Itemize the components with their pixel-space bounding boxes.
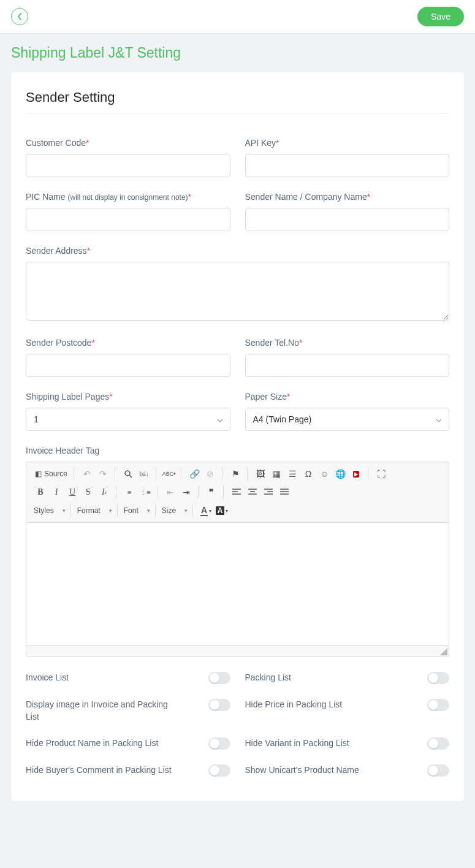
customer-code-label: Customer Code* [26, 138, 230, 148]
svg-line-1 [129, 475, 132, 478]
chevron-left-icon [17, 13, 23, 20]
invoice-list-toggle[interactable] [208, 672, 230, 684]
show-unicart-name-label: Show Unicart's Product Name [245, 764, 359, 777]
align-justify-button[interactable] [276, 484, 292, 500]
styles-select[interactable]: Styles▾ [32, 504, 67, 517]
smiley-icon: ☺ [320, 469, 329, 479]
align-left-icon [232, 489, 241, 496]
hide-buyer-comment-toggle[interactable] [208, 764, 230, 777]
find-button[interactable] [120, 466, 136, 482]
unlink-icon: ⊘ [207, 469, 214, 479]
blockquote-button[interactable]: ❞ [203, 484, 219, 500]
paper-size-label: Paper Size* [245, 392, 450, 402]
font-select[interactable]: Font▾ [123, 504, 151, 517]
save-button[interactable]: Save [417, 7, 464, 26]
text-color-button[interactable]: A▾ [198, 503, 214, 519]
editor-toolbar: ◧ Source ↶ ↷ ba↓ ABC [26, 462, 449, 523]
text-color-icon: A [200, 505, 208, 516]
redo-button[interactable]: ↷ [95, 466, 111, 482]
sender-tel-label: Sender Tel.No* [245, 338, 450, 348]
youtube-icon: ▶ [353, 471, 359, 478]
outdent-icon: ⇤ [167, 487, 174, 497]
source-icon: ◧ [35, 470, 42, 478]
youtube-button[interactable]: ▶ [348, 466, 364, 482]
resize-handle[interactable] [440, 648, 447, 655]
align-left-button[interactable] [229, 484, 245, 500]
hr-icon: ☰ [289, 469, 297, 479]
link-icon: 🔗 [189, 469, 200, 479]
packing-list-label: Packing List [245, 672, 291, 684]
page-title: Shipping Label J&T Setting [11, 45, 464, 61]
source-button[interactable]: ◧ Source [32, 468, 70, 479]
display-image-toggle[interactable] [208, 699, 230, 711]
underline-button[interactable]: U [64, 484, 80, 500]
editor-content[interactable] [26, 523, 449, 645]
hide-product-name-toggle[interactable] [208, 737, 230, 750]
ul-icon: ⋮≡ [140, 489, 150, 497]
packing-list-toggle[interactable] [427, 672, 449, 684]
flag-icon: ⚑ [232, 469, 240, 479]
indent-button[interactable]: ⇥ [178, 484, 194, 500]
unlink-button[interactable]: ⊘ [202, 466, 218, 482]
show-unicart-name-toggle[interactable] [427, 764, 449, 777]
display-image-label: Display image in Invoice and Packing Lis… [26, 699, 173, 723]
align-center-icon [248, 489, 257, 496]
api-key-label: API Key* [245, 138, 450, 148]
ordered-list-button[interactable]: ≡ [121, 484, 137, 500]
image-button[interactable]: 🖼 [253, 466, 268, 482]
format-select[interactable]: Format▾ [76, 504, 113, 517]
align-right-icon [264, 489, 273, 496]
undo-button[interactable]: ↶ [79, 466, 95, 482]
bold-button[interactable]: B [32, 484, 48, 500]
align-right-button[interactable] [260, 484, 276, 500]
paper-size-select[interactable]: A4 (Twin Page) [245, 408, 450, 431]
hide-variant-label: Hide Variant in Packing List [245, 737, 349, 750]
back-button[interactable] [11, 8, 28, 25]
emoji-button[interactable]: ☺ [316, 466, 332, 482]
size-select[interactable]: Size▾ [161, 504, 189, 517]
replace-button[interactable]: ba↓ [136, 466, 152, 482]
globe-icon: 🌐 [335, 469, 346, 479]
sender-address-input[interactable] [26, 262, 449, 321]
remove-format-button[interactable]: Ix [96, 484, 112, 500]
flag-button[interactable]: ⚑ [227, 466, 243, 482]
special-char-button[interactable]: Ω [300, 466, 316, 482]
sender-address-label: Sender Address* [26, 246, 449, 256]
sender-tel-input[interactable] [245, 354, 450, 377]
align-center-button[interactable] [245, 484, 260, 500]
outdent-button[interactable]: ⇤ [162, 484, 178, 500]
unordered-list-button[interactable]: ⋮≡ [137, 484, 153, 500]
svg-point-0 [125, 471, 130, 476]
maximize-icon: ⛶ [377, 469, 386, 479]
bg-color-button[interactable]: A▾ [214, 503, 230, 519]
hide-price-toggle[interactable] [427, 699, 449, 711]
strike-button[interactable]: S [80, 484, 96, 500]
pic-name-label: PIC Name (will not display in consignmen… [26, 192, 230, 202]
table-icon: ▦ [273, 469, 281, 479]
hide-price-label: Hide Price in Packing List [245, 699, 343, 711]
sender-name-input[interactable] [245, 208, 450, 231]
spellcheck-button[interactable]: ABC▾ [161, 466, 177, 482]
maximize-button[interactable]: ⛶ [373, 466, 389, 482]
align-justify-icon [280, 489, 289, 496]
search-icon [124, 470, 132, 478]
shipping-pages-label: Shipping Label Pages* [26, 392, 230, 402]
link-button[interactable]: 🔗 [186, 466, 202, 482]
sender-postcode-input[interactable] [26, 354, 230, 377]
image-icon: 🖼 [256, 469, 265, 479]
bg-color-icon: A [216, 506, 225, 515]
pic-name-input[interactable] [26, 208, 230, 231]
shipping-pages-select[interactable]: 1 [26, 408, 230, 431]
sender-name-label: Sender Name / Company Name* [245, 192, 450, 202]
iframe-button[interactable]: 🌐 [332, 466, 348, 482]
hide-buyer-comment-label: Hide Buyer's Comment in Packing List [26, 764, 172, 777]
api-key-input[interactable] [245, 154, 450, 177]
hide-variant-toggle[interactable] [427, 737, 449, 750]
customer-code-input[interactable] [26, 154, 230, 177]
hr-button[interactable]: ☰ [284, 466, 300, 482]
table-button[interactable]: ▦ [268, 466, 284, 482]
italic-button[interactable]: I [48, 484, 64, 500]
indent-icon: ⇥ [183, 487, 190, 497]
settings-card: Sender Setting Customer Code* API Key* P… [11, 72, 464, 801]
omega-icon: Ω [305, 469, 311, 479]
